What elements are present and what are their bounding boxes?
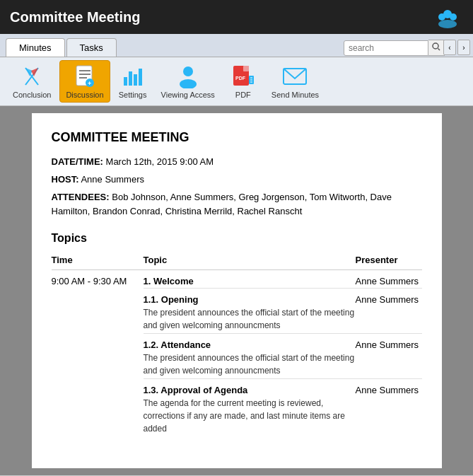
svg-point-21 <box>180 79 197 88</box>
col-header-time: Time <box>52 252 144 270</box>
main-area: COMMITTEE MEETING DATE/TIME: March 12th,… <box>0 106 473 475</box>
time-cell: 9:00 AM - 9:30 AM <box>52 270 144 289</box>
col-header-presenter: Presenter <box>356 252 422 270</box>
toolbar-settings-label: Settings <box>119 91 147 99</box>
search-input[interactable] <box>344 40 428 56</box>
document-title: COMMITTEE MEETING <box>52 130 422 145</box>
pdf-icon: PDF <box>230 64 256 89</box>
search-area <box>344 40 445 56</box>
settings-icon <box>120 64 146 89</box>
table-row: 9:00 AM - 9:30 AM 1. Welcome Anne Summer… <box>52 270 422 289</box>
svg-line-5 <box>438 49 440 51</box>
sub-time-cell <box>52 289 144 334</box>
sub-topic-cell: 1.2. Attendance The president announces … <box>144 334 356 379</box>
person-icon <box>175 64 201 89</box>
sub-presenter-cell: Anne Summers <box>356 379 422 437</box>
svg-rect-17 <box>129 71 132 86</box>
toolbar-discussion-label: Discussion <box>66 91 103 99</box>
toolbar: Conclusion + Discussion Se <box>0 57 473 106</box>
toolbar-settings[interactable]: Settings <box>113 61 153 102</box>
toolbar-pdf-label: PDF <box>235 91 251 99</box>
svg-point-2 <box>450 13 457 21</box>
document-attendees: ATTENDEES: Bob Johnson, Anne Summers, Gr… <box>52 190 422 220</box>
svg-rect-23 <box>243 66 249 71</box>
host-value: Anne Summers <box>81 174 144 185</box>
search-button[interactable] <box>428 40 445 56</box>
tab-bar: Minutes Tasks ‹ › <box>0 34 473 57</box>
svg-point-4 <box>433 43 438 49</box>
tab-minutes[interactable]: Minutes <box>6 38 65 57</box>
toolbar-viewing-access-label: Viewing Access <box>161 91 215 99</box>
sub-topic-row: 1.2. Attendance The president announces … <box>52 334 422 379</box>
mail-icon <box>282 64 308 89</box>
nav-forward-button[interactable]: › <box>457 40 470 55</box>
presenter-cell: Anne Summers <box>356 270 422 289</box>
svg-rect-16 <box>124 77 127 86</box>
document-host: HOST: Anne Summers <box>52 173 422 187</box>
doc-icon: + <box>72 64 98 89</box>
sub-presenter-cell: Anne Summers <box>356 334 422 379</box>
table-header-row: Time Topic Presenter <box>52 252 422 270</box>
flag-icon <box>19 64 45 89</box>
toolbar-conclusion-label: Conclusion <box>13 91 51 99</box>
svg-text:PDF: PDF <box>235 76 246 81</box>
sub-topic-row: 1.3. Approval of Agenda The agenda for t… <box>52 379 422 437</box>
toolbar-viewing-access[interactable]: Viewing Access <box>156 61 221 102</box>
sub-topic-row: 1.1. Opening The president announces the… <box>52 289 422 334</box>
sub-topic-cell: 1.1. Opening The president announces the… <box>144 289 356 334</box>
col-header-topic: Topic <box>144 252 356 270</box>
attendees-label: ATTENDEES: <box>52 192 110 202</box>
topics-table: Time Topic Presenter 9:00 AM - 9:30 AM 1… <box>52 252 422 436</box>
host-label: HOST: <box>52 174 79 185</box>
svg-text:+: + <box>88 80 91 87</box>
toolbar-conclusion[interactable]: Conclusion <box>7 61 57 102</box>
toolbar-send-minutes-label: Send Minutes <box>271 91 319 99</box>
sub-time-cell <box>52 379 144 437</box>
toolbar-pdf[interactable]: PDF PDF <box>223 61 263 102</box>
svg-rect-18 <box>134 74 137 86</box>
topics-heading: Topics <box>52 232 422 245</box>
document-datetime: DATE/TIME: March 12th, 2015 9:00 AM <box>52 155 422 170</box>
nav-back-button[interactable]: ‹ <box>443 40 456 55</box>
datetime-value: March 12th, 2015 9:00 AM <box>106 156 214 167</box>
document-panel[interactable]: COMMITTEE MEETING DATE/TIME: March 12th,… <box>32 113 442 468</box>
toolbar-send-minutes[interactable]: Send Minutes <box>266 61 325 102</box>
nav-arrows: ‹ › <box>443 40 470 55</box>
svg-point-20 <box>183 66 193 76</box>
datetime-label: DATE/TIME: <box>52 156 103 167</box>
toolbar-discussion[interactable]: + Discussion <box>59 60 110 103</box>
app-title: Committee Meeting <box>10 9 140 25</box>
app-logo-icon <box>432 6 463 28</box>
sub-presenter-cell: Anne Summers <box>356 289 422 334</box>
sub-time-cell <box>52 334 144 379</box>
sub-topic-cell: 1.3. Approval of Agenda The agenda for t… <box>144 379 356 437</box>
app-header: Committee Meeting <box>0 0 473 34</box>
svg-point-3 <box>438 20 457 28</box>
tab-tasks[interactable]: Tasks <box>66 38 117 57</box>
svg-rect-19 <box>139 69 142 86</box>
topic-cell: 1. Welcome <box>144 270 356 289</box>
